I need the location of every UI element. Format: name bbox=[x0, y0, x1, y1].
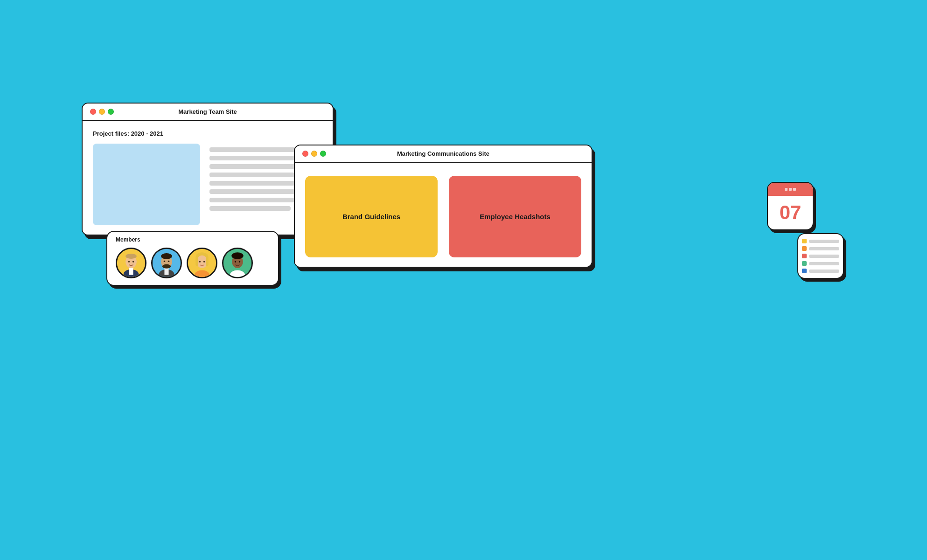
marketing-comms-site-window: Marketing Communications Site Brand Guid… bbox=[294, 145, 592, 268]
phone-dot-5 bbox=[802, 269, 807, 273]
dot-green-win2[interactable] bbox=[320, 151, 326, 157]
phone-line-2 bbox=[809, 247, 839, 250]
svg-point-6 bbox=[132, 261, 134, 263]
text-line-8 bbox=[209, 206, 291, 211]
win1-content bbox=[93, 144, 322, 225]
text-line-6 bbox=[209, 189, 300, 194]
phone-dot-1 bbox=[802, 239, 807, 243]
phone-line-5 bbox=[809, 270, 839, 273]
cal-icon-line-3 bbox=[793, 188, 796, 191]
phone-row-4 bbox=[802, 261, 839, 266]
svg-point-26 bbox=[231, 252, 243, 259]
svg-point-4 bbox=[125, 254, 137, 259]
svg-point-5 bbox=[128, 261, 130, 263]
svg-point-14 bbox=[168, 261, 169, 262]
traffic-lights-win1 bbox=[90, 109, 114, 115]
dot-yellow-win2[interactable] bbox=[311, 151, 317, 157]
phone-dot-4 bbox=[802, 261, 807, 266]
dot-yellow-win1[interactable] bbox=[99, 109, 105, 115]
titlebar-win1: Marketing Team Site bbox=[83, 104, 333, 121]
svg-rect-9 bbox=[164, 268, 168, 275]
avatar-2 bbox=[151, 248, 182, 278]
win2-body: Brand Guidelines Employee Headshots bbox=[295, 163, 592, 267]
titlebar-win2: Marketing Communications Site bbox=[295, 145, 592, 163]
svg-point-28 bbox=[239, 261, 240, 263]
svg-point-11 bbox=[161, 253, 172, 259]
calendar-body: 07 bbox=[768, 196, 813, 229]
phone-widget bbox=[797, 233, 844, 279]
project-files-label: Project files: 2020 - 2021 bbox=[93, 130, 322, 137]
brand-guidelines-card[interactable]: Brand Guidelines bbox=[305, 176, 438, 257]
calendar-widget: 07 bbox=[767, 182, 814, 230]
members-card: Members bbox=[106, 231, 279, 286]
employee-headshots-label: Employee Headshots bbox=[480, 213, 551, 221]
win2-title: Marketing Communications Site bbox=[397, 150, 489, 157]
phone-row-5 bbox=[802, 269, 839, 273]
dot-green-win1[interactable] bbox=[108, 109, 114, 115]
svg-point-22 bbox=[203, 261, 205, 263]
avatar-4 bbox=[222, 248, 253, 278]
avatar-3 bbox=[187, 248, 217, 278]
traffic-lights-win2 bbox=[302, 151, 326, 157]
calendar-header bbox=[768, 183, 813, 196]
calendar-icon bbox=[785, 188, 796, 191]
text-line-4 bbox=[209, 173, 306, 177]
cal-icon-line-2 bbox=[789, 188, 792, 191]
avatars-row bbox=[116, 248, 270, 278]
brand-guidelines-label: Brand Guidelines bbox=[342, 213, 400, 221]
blue-content-block bbox=[93, 144, 200, 225]
svg-point-21 bbox=[199, 261, 201, 263]
svg-point-27 bbox=[235, 261, 236, 263]
phone-list-rows bbox=[802, 239, 839, 273]
cal-icon-line-1 bbox=[785, 188, 788, 191]
phone-row-1 bbox=[802, 239, 839, 243]
svg-rect-2 bbox=[129, 268, 133, 275]
phone-dot-3 bbox=[802, 254, 807, 258]
svg-rect-20 bbox=[206, 256, 208, 266]
avatar-2-svg bbox=[153, 249, 181, 277]
dot-red-win2[interactable] bbox=[302, 151, 308, 157]
phone-row-2 bbox=[802, 246, 839, 251]
svg-rect-19 bbox=[195, 256, 198, 266]
avatar-1-svg bbox=[117, 249, 145, 277]
svg-point-12 bbox=[162, 264, 171, 269]
dot-red-win1[interactable] bbox=[90, 109, 96, 115]
phone-line-1 bbox=[809, 240, 839, 243]
avatar-4-svg bbox=[223, 249, 251, 277]
avatar-3-svg bbox=[188, 249, 216, 277]
phone-row-3 bbox=[802, 254, 839, 258]
employee-headshots-card[interactable]: Employee Headshots bbox=[449, 176, 581, 257]
svg-point-13 bbox=[164, 261, 165, 262]
members-label: Members bbox=[116, 236, 270, 243]
phone-dot-2 bbox=[802, 246, 807, 251]
phone-line-4 bbox=[809, 262, 839, 265]
avatar-1 bbox=[116, 248, 146, 278]
folder-cards-row: Brand Guidelines Employee Headshots bbox=[305, 172, 581, 257]
win1-title: Marketing Team Site bbox=[178, 108, 237, 115]
calendar-day-number: 07 bbox=[780, 203, 802, 222]
phone-line-3 bbox=[809, 255, 839, 258]
